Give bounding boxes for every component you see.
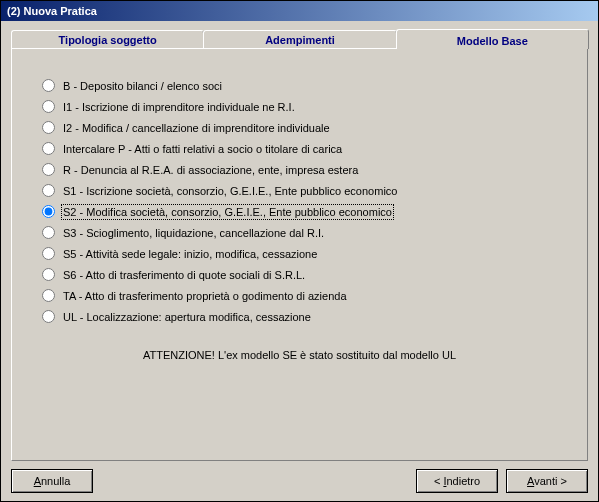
modello-option-label: S6 - Atto di trasferimento di quote soci… [63,269,305,281]
tab-modello-base[interactable]: Modello Base [396,29,589,49]
tabstrip: Tipologia soggetto Adempimenti Modello B… [11,26,588,48]
modello-option[interactable]: R - Denuncia al R.E.A. di associazione, … [42,163,557,176]
nuova-pratica-window: (2) Nuova Pratica Tipologia soggetto Ade… [0,0,599,502]
modello-radio[interactable] [42,205,55,218]
modello-option[interactable]: S5 - Attività sede legale: inizio, modif… [42,247,557,260]
titlebar: (2) Nuova Pratica [1,1,598,21]
modello-radio[interactable] [42,163,55,176]
modello-radio[interactable] [42,142,55,155]
modello-option-label: S5 - Attività sede legale: inizio, modif… [63,248,317,260]
modello-option[interactable]: I2 - Modifica / cancellazione di imprend… [42,121,557,134]
window-title: (2) Nuova Pratica [7,5,97,17]
wizard-buttons: Annulla < Indietro Avanti > [11,469,588,493]
modello-option[interactable]: S2 - Modifica società, consorzio, G.E.I.… [42,205,557,218]
modello-options: B - Deposito bilanci / elenco sociI1 - I… [42,79,557,323]
modello-option-label: S1 - Iscrizione società, consorzio, G.E.… [63,185,397,197]
modello-option-label: I2 - Modifica / cancellazione di imprend… [63,122,330,134]
cancel-button[interactable]: Annulla [11,469,93,493]
modello-option-label: TA - Atto di trasferimento proprietà o g… [63,290,347,302]
modello-option[interactable]: S1 - Iscrizione società, consorzio, G.E.… [42,184,557,197]
modello-radio[interactable] [42,289,55,302]
modello-option-label: UL - Localizzazione: apertura modifica, … [63,311,311,323]
modello-radio[interactable] [42,310,55,323]
next-button[interactable]: Avanti > [506,469,588,493]
tab-label: Tipologia soggetto [59,34,157,46]
modello-radio[interactable] [42,79,55,92]
modello-radio[interactable] [42,247,55,260]
modello-radio[interactable] [42,121,55,134]
modello-option-label: I1 - Iscrizione di imprenditore individu… [63,101,295,113]
tab-label: Modello Base [457,35,528,47]
modello-option[interactable]: I1 - Iscrizione di imprenditore individu… [42,100,557,113]
modello-option[interactable]: B - Deposito bilanci / elenco soci [42,79,557,92]
modello-radio[interactable] [42,268,55,281]
back-button[interactable]: < Indietro [416,469,498,493]
modello-option[interactable]: Intercalare P - Atti o fatti relativi a … [42,142,557,155]
tab-label: Adempimenti [265,34,335,46]
tab-adempimenti[interactable]: Adempimenti [203,30,396,48]
tab-tipologia-soggetto[interactable]: Tipologia soggetto [11,30,204,48]
modello-option[interactable]: S6 - Atto di trasferimento di quote soci… [42,268,557,281]
modello-radio[interactable] [42,184,55,197]
client-area: Tipologia soggetto Adempimenti Modello B… [1,21,598,501]
modello-option-label: R - Denuncia al R.E.A. di associazione, … [63,164,358,176]
modello-option-label: B - Deposito bilanci / elenco soci [63,80,222,92]
modello-radio[interactable] [42,226,55,239]
modello-option[interactable]: S3 - Scioglimento, liquidazione, cancell… [42,226,557,239]
modello-option[interactable]: UL - Localizzazione: apertura modifica, … [42,310,557,323]
tabpanel-modello-base: B - Deposito bilanci / elenco sociI1 - I… [11,48,588,461]
modello-option-label: S2 - Modifica società, consorzio, G.E.I.… [63,206,392,218]
warning-text: ATTENZIONE! L'ex modello SE è stato sost… [42,349,557,361]
modello-option-label: Intercalare P - Atti o fatti relativi a … [63,143,342,155]
modello-option-label: S3 - Scioglimento, liquidazione, cancell… [63,227,324,239]
modello-option[interactable]: TA - Atto di trasferimento proprietà o g… [42,289,557,302]
modello-radio[interactable] [42,100,55,113]
